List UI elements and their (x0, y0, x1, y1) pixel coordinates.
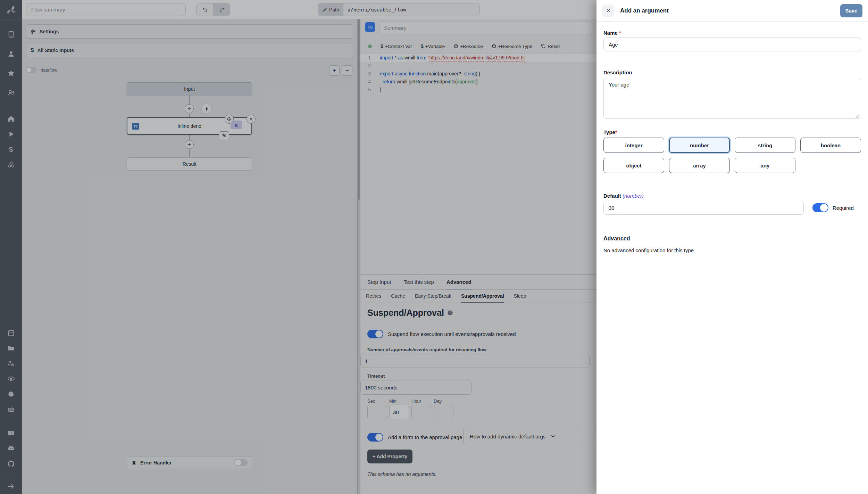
required-toggle-row: Required (812, 203, 854, 212)
type-selector: integer number string boolean object arr… (603, 138, 861, 173)
type-integer-button[interactable]: integer (603, 138, 664, 153)
default-value-input[interactable] (603, 201, 804, 215)
type-string-button[interactable]: string (735, 138, 795, 153)
drawer-header: Add an argument Save (596, 0, 868, 22)
advanced-heading: Advanced (603, 236, 630, 242)
drawer-backdrop[interactable] (0, 0, 596, 494)
type-array-button[interactable]: array (669, 158, 730, 173)
advanced-note: No advanced configuration for this type (603, 247, 694, 253)
required-toggle[interactable] (812, 203, 828, 212)
name-label: Name * (603, 30, 621, 36)
close-drawer-button[interactable] (602, 5, 615, 17)
type-label: Type* (603, 129, 617, 135)
save-button[interactable]: Save (840, 4, 862, 17)
type-object-button[interactable]: object (603, 158, 664, 173)
required-asterisk: * (615, 129, 617, 135)
drawer-title: Add an argument (620, 7, 669, 14)
type-number-button[interactable]: number (669, 138, 730, 153)
argument-description-textarea[interactable]: Your age (603, 78, 861, 119)
close-icon (606, 8, 611, 13)
required-label: Required (833, 205, 854, 211)
default-label: Default (number) (603, 193, 644, 199)
type-any-button[interactable]: any (735, 158, 795, 173)
default-type-hint: (number) (623, 193, 644, 199)
required-asterisk: * (619, 30, 621, 36)
add-argument-drawer: Add an argument Save Name * Description … (596, 0, 868, 494)
description-label: Description (603, 69, 632, 75)
argument-name-input[interactable] (603, 38, 861, 51)
type-boolean-button[interactable]: boolean (800, 138, 861, 153)
windmill-flow-editor: $ (0, 0, 868, 494)
